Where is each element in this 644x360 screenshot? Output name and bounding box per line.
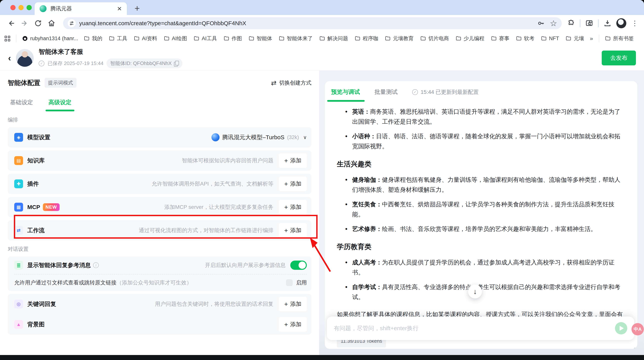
reload-icon[interactable] bbox=[33, 18, 44, 29]
search-tabs-icon[interactable] bbox=[585, 20, 593, 27]
url-text[interactable]: yuanqi.tencent.com/create?type=chat&agen… bbox=[79, 20, 532, 27]
bookmark-folder[interactable]: 智能体 bbox=[248, 35, 272, 42]
bookmark-folder[interactable]: 切片电商 bbox=[420, 35, 449, 42]
add-mcp-button[interactable]: +添加 bbox=[279, 200, 307, 214]
page-back-button[interactable]: ‹ bbox=[8, 53, 11, 63]
tab-basic-settings[interactable]: 基础设定 bbox=[10, 99, 33, 111]
password-key-icon[interactable] bbox=[537, 20, 545, 27]
folder-icon bbox=[84, 36, 90, 41]
mcp-row[interactable]: ▦ MCP NEW 添加MCP server，让大模型完成更多复杂任务 +添加 bbox=[8, 197, 312, 217]
folder-icon bbox=[491, 36, 497, 41]
chat-bullet-item: 艺术修养：绘画、书法、音乐欣赏等课程，培养学员的艺术兴趣和审美能力，丰富精神生活… bbox=[345, 224, 626, 234]
back-icon[interactable] bbox=[6, 18, 16, 29]
bookmark-folder[interactable]: 智能体来了 bbox=[279, 35, 313, 42]
chat-section-heading: 学历教育类 bbox=[337, 242, 626, 252]
home-icon[interactable] bbox=[46, 18, 57, 29]
download-icon[interactable] bbox=[604, 20, 611, 27]
bookmark-folder[interactable]: 赛事 bbox=[491, 35, 510, 42]
plugin-icon: ✚ bbox=[14, 179, 23, 188]
chat-bullet-item: 成人高考：为在职人员提供了提升学历的机会，通过参加成人高考进入高校学习，获得相应… bbox=[345, 257, 626, 277]
browser-profile-avatar[interactable] bbox=[616, 18, 626, 28]
bookmark-folder[interactable]: 作图 bbox=[224, 35, 242, 42]
folder-icon bbox=[279, 36, 284, 41]
prompt-mode-badge: 提示词模式 bbox=[44, 78, 76, 88]
bookmark-star-icon[interactable]: ☆ bbox=[550, 19, 557, 28]
bookmark-folder[interactable]: 软考 bbox=[516, 35, 534, 42]
translate-floating-button[interactable]: 中A bbox=[632, 323, 644, 335]
tab-batch-test[interactable]: 批量测试 bbox=[374, 88, 398, 102]
site-settings-icon[interactable] bbox=[68, 19, 76, 27]
bookmark-folder[interactable]: 程序咖 bbox=[355, 35, 378, 42]
chat-scrollbar[interactable] bbox=[634, 347, 636, 349]
bookmark-folder[interactable]: 元壤 bbox=[566, 35, 584, 42]
folder-icon bbox=[541, 36, 547, 41]
tab-preview-debug[interactable]: 预览与调试 bbox=[331, 88, 360, 102]
window-zoom-button[interactable] bbox=[26, 5, 32, 10]
workflow-row[interactable]: ⇄ 工作流 通过可视化流程图的方式，对智能体的工作链路进行编排 +添加 bbox=[8, 220, 312, 241]
all-bookmarks[interactable]: 所有书签 bbox=[605, 35, 634, 42]
folder-icon bbox=[319, 36, 325, 41]
folder-icon bbox=[420, 36, 426, 41]
bookmark-folder[interactable]: 我的 bbox=[84, 35, 102, 42]
citation-row: 允许用户通过引文样式查看或跳转原文链接（添加公众号知识库才可生效） 启用 bbox=[14, 274, 307, 291]
tab-close-icon[interactable]: ✕ bbox=[117, 6, 122, 12]
window-minimize-button[interactable] bbox=[18, 5, 24, 10]
browser-window: 腾讯元器 ✕ + yuanqi.tencent.com/create?type=… bbox=[0, 0, 644, 360]
bookmark-folder[interactable]: NFT bbox=[541, 35, 559, 42]
new-tab-button[interactable]: + bbox=[134, 3, 140, 14]
bookmark-folder[interactable]: AI工具 bbox=[194, 35, 217, 42]
bookmark-folder[interactable]: 元壤教育 bbox=[385, 35, 414, 42]
reference-card: ≣ 显示智能体回复参考消息 i 开启后默认向用户展示参考源信息 允许用户通过引文… bbox=[8, 256, 312, 291]
model-select[interactable]: 腾讯混元大模型–TurboS (32k) ∨ bbox=[212, 133, 307, 141]
chat-section-heading: 生活兴趣类 bbox=[337, 159, 626, 169]
extensions-icon[interactable] bbox=[567, 20, 575, 27]
folder-icon bbox=[385, 36, 391, 41]
plugin-row[interactable]: ✚ 插件 允许智能体调用外部API，如天气查询、文档解析等 +添加 bbox=[8, 174, 312, 194]
browser-menu-icon[interactable]: ⋮ bbox=[631, 19, 638, 27]
chat-bullet-item: 小语种：日语、韩语、法语、德语等课程，随着全球化的发展，掌握一门小语种可以增加就… bbox=[345, 131, 626, 151]
swap-icon: ⇄ bbox=[271, 79, 277, 87]
keyword-reply-icon: ◎ bbox=[14, 300, 23, 308]
agent-name: 智能体来了客服 bbox=[39, 48, 182, 56]
knowledge-base-row[interactable]: ▤ 知识库 智能体可根据知识库内容回答用户问题 +添加 bbox=[8, 150, 312, 171]
model-settings-row[interactable]: ◈ 模型设置 腾讯混元大模型–TurboS (32k) ∨ bbox=[8, 127, 312, 148]
bookmark-folder[interactable]: AI资料 bbox=[134, 35, 157, 42]
forward-icon[interactable] bbox=[19, 18, 30, 29]
window-close-button[interactable] bbox=[10, 5, 16, 10]
chat-input[interactable]: 有问题，尽管问，shift+enter换行 bbox=[327, 316, 634, 340]
chat-content: 英语：商务英语、雅思托福培训、英语口语提升等课程，满足不同人群对英语学习的需求，… bbox=[325, 102, 637, 347]
folder-icon bbox=[194, 36, 199, 41]
background-image-row[interactable]: ▲ 背景图 +添加 bbox=[14, 314, 307, 335]
citation-checkbox[interactable] bbox=[286, 279, 292, 286]
bookmark-folder[interactable]: 少儿编程 bbox=[456, 35, 484, 42]
publish-button[interactable]: 去发布 bbox=[602, 51, 636, 65]
reference-toggle[interactable] bbox=[290, 261, 307, 270]
scroll-to-bottom-button[interactable]: ↓ bbox=[468, 285, 482, 298]
workflow-icon: ⇄ bbox=[14, 226, 23, 235]
folder-icon bbox=[516, 36, 522, 41]
bookmarks-overflow-chevron[interactable]: » bbox=[590, 35, 593, 42]
folder-icon bbox=[456, 36, 461, 41]
browser-tab[interactable]: 腾讯元器 ✕ bbox=[34, 2, 127, 15]
reply-card: ◎ 关键词回复 用户问题包含关键词时，将使用您设置的话术回复 +添加 ▲ 背景图… bbox=[8, 294, 312, 335]
tab-advanced-settings[interactable]: 高级设定 bbox=[48, 99, 72, 111]
toolbar-divider bbox=[598, 19, 599, 27]
address-bar[interactable]: yuanqi.tencent.com/create?type=chat&agen… bbox=[63, 17, 562, 29]
bookmark-folder[interactable]: AI绘图 bbox=[164, 35, 187, 42]
copy-icon[interactable] bbox=[174, 61, 178, 66]
add-background-button[interactable]: +添加 bbox=[279, 317, 307, 332]
github-icon bbox=[22, 36, 28, 41]
bookmark-github[interactable]: rubyhan1314 (hanr... bbox=[22, 36, 78, 42]
add-keyword-button[interactable]: +添加 bbox=[279, 297, 307, 311]
bookmark-folder[interactable]: 工具 bbox=[109, 35, 127, 42]
switch-create-mode[interactable]: ⇄ 切换创建方式 bbox=[271, 79, 312, 87]
add-plugin-button[interactable]: +添加 bbox=[279, 177, 307, 191]
tab-title: 腾讯元器 bbox=[50, 5, 113, 12]
add-workflow-button[interactable]: +添加 bbox=[279, 223, 307, 238]
keyword-reply-row[interactable]: ◎ 关键词回复 用户问题包含关键词时，将使用您设置的话术回复 +添加 bbox=[14, 294, 307, 314]
add-knowledge-button[interactable]: +添加 bbox=[279, 153, 307, 168]
info-icon[interactable]: i bbox=[93, 262, 99, 268]
bookmark-folder[interactable]: 解决问题 bbox=[319, 35, 348, 42]
apps-grid-icon[interactable] bbox=[4, 36, 10, 41]
send-button[interactable] bbox=[615, 322, 627, 334]
